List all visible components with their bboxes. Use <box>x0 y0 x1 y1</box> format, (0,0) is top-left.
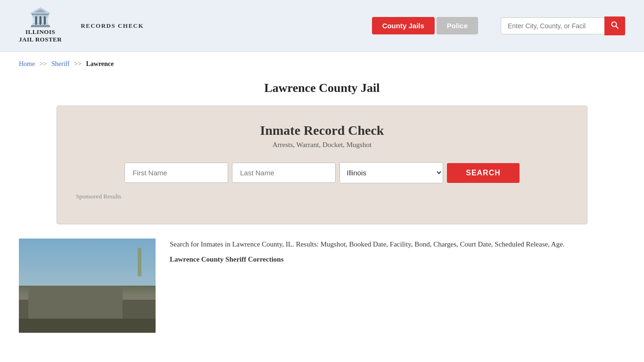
records-check-label: RECORDS CHECK <box>81 22 144 30</box>
page-title-area: Lawrence County Jail <box>0 73 644 101</box>
sponsored-label: Sponsored Results <box>76 193 568 200</box>
breadcrumb-home[interactable]: Home <box>19 60 35 67</box>
header-search-input[interactable] <box>501 17 604 34</box>
header-search-bar <box>501 16 625 35</box>
logo: 🏛️ ILLINOISJAIL ROSTER <box>19 8 62 43</box>
record-check-title: Inmate Record Check <box>76 123 568 138</box>
search-icon <box>611 21 619 29</box>
breadcrumb: Home >> Sheriff >> Lawrence <box>0 52 644 73</box>
content-link-heading[interactable]: Lawrence County Sheriff Corrections <box>170 255 625 263</box>
content-text-area: Search for Inmates in Lawrence County, I… <box>170 239 625 263</box>
ground <box>19 319 156 333</box>
last-name-input[interactable] <box>232 163 336 183</box>
record-check-subtitle: Arrests, Warrant, Docket, Mugshot <box>76 141 568 149</box>
breadcrumb-sep-2: >> <box>74 60 82 67</box>
county-jails-button[interactable]: County Jails <box>372 17 435 34</box>
police-button[interactable]: Police <box>437 17 478 34</box>
content-description: Search for Inmates in Lawrence County, I… <box>170 239 625 250</box>
breadcrumb-current: Lawrence <box>86 60 114 67</box>
nav-buttons: County Jails Police <box>372 17 478 34</box>
logo-text: ILLINOISJAIL ROSTER <box>19 28 62 43</box>
search-main-button[interactable]: SEARCH <box>447 163 520 183</box>
inmate-record-check-box: Inmate Record Check Arrests, Warrant, Do… <box>57 106 587 224</box>
facility-image <box>19 239 156 333</box>
header: 🏛️ ILLINOISJAIL ROSTER RECORDS CHECK Cou… <box>0 0 644 52</box>
page-title: Lawrence County Jail <box>19 81 625 95</box>
first-name-input[interactable] <box>124 163 228 183</box>
breadcrumb-sheriff[interactable]: Sheriff <box>51 60 70 67</box>
logo-icon: 🏛️ <box>29 8 51 26</box>
sky <box>19 239 156 286</box>
content-area: Search for Inmates in Lawrence County, I… <box>0 234 644 347</box>
svg-line-1 <box>616 26 619 28</box>
search-row: IllinoisAlabamaAlaskaArizonaArkansasCali… <box>76 162 568 183</box>
facility-image-inner <box>19 239 156 333</box>
header-search-button[interactable] <box>604 16 625 35</box>
state-select[interactable]: IllinoisAlabamaAlaskaArizonaArkansasCali… <box>339 162 443 183</box>
breadcrumb-sep-1: >> <box>40 60 47 67</box>
